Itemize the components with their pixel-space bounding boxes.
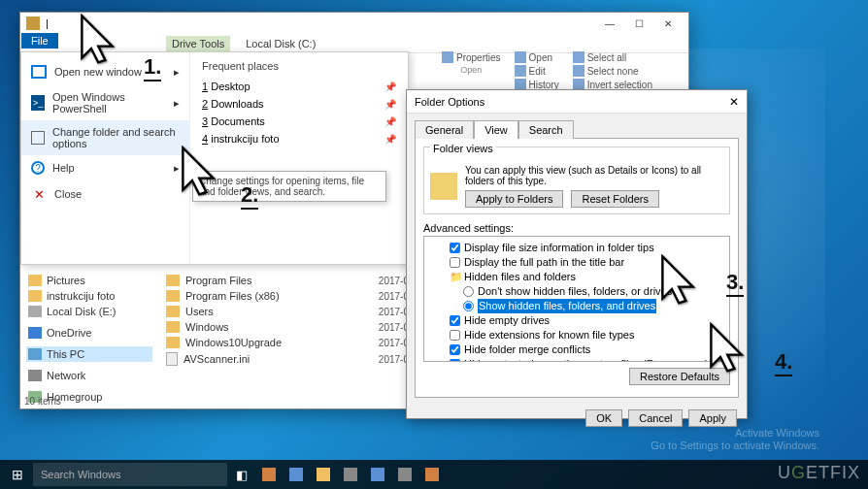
ok-button[interactable]: OK <box>585 409 622 427</box>
nav-network[interactable]: Network <box>26 368 152 383</box>
properties-button[interactable]: Properties <box>442 51 501 63</box>
taskbar-app-icon[interactable] <box>284 462 309 487</box>
tab-search[interactable]: Search <box>518 120 574 139</box>
file-menu: File Open new window▸ >_Open Windows Pow… <box>20 51 409 265</box>
drive-icon <box>26 16 40 30</box>
taskbar-app-icon[interactable] <box>256 462 282 487</box>
qat-divider: | <box>46 17 49 29</box>
frequent-instrukciju[interactable]: 4 instrukciju foto📌 <box>202 130 396 147</box>
nav-onedrive[interactable]: OneDrive <box>26 325 152 341</box>
tab-panel-view: Folder views You can apply this view (su… <box>415 138 739 398</box>
nav-tree: Pictures instrukciju foto Local Disk (E:… <box>26 273 152 405</box>
minimize-button[interactable]: — <box>595 14 624 33</box>
dialog-buttons: OK Cancel Apply <box>407 404 747 433</box>
tooltip-folder-options: Change settings for opening items, file … <box>192 171 386 202</box>
folder-views-label: Folder views <box>430 143 496 154</box>
taskbar-app-icon[interactable] <box>338 462 363 487</box>
list-item[interactable]: Windows2017-09-18 <box>166 319 428 335</box>
radio-show-hidden[interactable] <box>463 301 474 311</box>
step-3-label: 3. <box>726 270 744 297</box>
dialog-title: Folder Options <box>415 96 484 108</box>
dialog-tabs: General View Search <box>415 119 739 138</box>
file-menu-new-window[interactable]: Open new window▸ <box>21 58 189 85</box>
frequent-places-label: Frequent places <box>202 60 396 72</box>
folder-options-dialog: Folder Options ✕ General View Search Fol… <box>406 89 748 419</box>
close-button[interactable]: ✕ <box>653 14 683 33</box>
taskbar-app-icon[interactable] <box>365 462 390 487</box>
nav-pictures[interactable]: Pictures <box>26 273 152 288</box>
chk-hide-empty-drives[interactable] <box>450 315 460 326</box>
start-button[interactable]: ⊞ <box>4 461 31 488</box>
file-menu-folder-options[interactable]: Change folder and search options <box>21 120 189 155</box>
file-menu-powershell[interactable]: >_Open Windows PowerShell▸ <box>21 85 189 120</box>
chk-file-size-tips[interactable] <box>450 243 460 253</box>
cancel-button[interactable]: Cancel <box>628 409 683 427</box>
taskbar-app-icon[interactable] <box>392 462 417 487</box>
ribbon-tabs: Drive Tools Local Disk (C:) <box>20 34 688 53</box>
chk-hide-protected-os[interactable] <box>450 359 460 362</box>
chk-hide-merge-conflicts[interactable] <box>450 344 460 355</box>
brand-watermark: UGETFIX <box>778 463 860 483</box>
file-menu-tab[interactable]: File <box>21 33 58 49</box>
edit-button[interactable]: Edit <box>515 65 559 77</box>
apply-button[interactable]: Apply <box>688 409 737 427</box>
list-item[interactable]: Users2017-08-28 <box>166 304 428 319</box>
list-item[interactable]: AVScanner.ini2017-04-09 <box>166 350 428 368</box>
file-list: Program Files2017-08-28 Program Files (x… <box>166 273 428 368</box>
advanced-settings-label: Advanced settings: <box>423 222 730 234</box>
taskbar-search[interactable]: Search Windows <box>33 463 227 486</box>
taskbar-explorer-icon[interactable] <box>311 462 336 487</box>
title-bar: | — ☐ ✕ <box>20 13 688 34</box>
list-item[interactable]: Windows10Upgrade2017-06-06 <box>166 335 428 350</box>
select-none-button[interactable]: Select none <box>573 65 652 77</box>
radio-dont-show-hidden[interactable] <box>463 286 474 297</box>
tab-general[interactable]: General <box>415 120 474 139</box>
dialog-titlebar: Folder Options ✕ <box>407 90 747 114</box>
frequent-documents[interactable]: 3 Documents📌 <box>202 113 396 130</box>
open-button[interactable]: Open <box>515 51 559 63</box>
chk-full-path-title[interactable] <box>450 257 460 268</box>
tab-view[interactable]: View <box>474 120 518 139</box>
step-4-label: 4. <box>775 349 792 376</box>
dialog-close-button[interactable]: ✕ <box>729 95 739 109</box>
nav-instrukciju[interactable]: instrukciju foto <box>26 288 152 304</box>
select-all-button[interactable]: Select all <box>573 51 652 63</box>
window-controls: — ☐ ✕ <box>595 14 683 33</box>
status-bar: 10 items <box>24 396 61 407</box>
step-1-label: 1. <box>144 54 161 82</box>
maximize-button[interactable]: ☐ <box>624 14 653 33</box>
task-view-icon[interactable]: ◧ <box>229 462 254 487</box>
list-item[interactable]: Program Files2017-08-28 <box>166 273 428 288</box>
taskbar: ⊞ Search Windows ◧ <box>0 460 868 489</box>
nav-local-disk-e[interactable]: Local Disk (E:) <box>26 304 152 319</box>
apply-to-folders-button[interactable]: Apply to Folders <box>465 190 563 208</box>
file-menu-help[interactable]: ?Help▸ <box>21 155 189 180</box>
ribbon-group-open: Open <box>442 65 501 75</box>
group-hidden-files: Hidden files and folders <box>464 270 576 284</box>
step-2-label: 2. <box>241 182 258 210</box>
list-item[interactable]: Program Files (x86)2017-08-28 <box>166 288 428 304</box>
reset-folders-button[interactable]: Reset Folders <box>571 190 658 208</box>
frequent-desktop[interactable]: 1 Desktop📌 <box>202 78 396 95</box>
location-title: Local Disk (C:) <box>246 38 316 49</box>
taskbar-app-icon[interactable] <box>419 462 445 487</box>
file-menu-close[interactable]: ✕Close <box>21 180 189 208</box>
restore-defaults-button[interactable]: Restore Defaults <box>629 368 730 385</box>
contextual-tab-drive-tools[interactable]: Drive Tools <box>166 36 230 51</box>
folder-views-icon <box>430 173 457 200</box>
nav-this-pc[interactable]: This PC <box>26 346 152 362</box>
chk-hide-extensions[interactable] <box>450 330 460 341</box>
advanced-settings-tree[interactable]: Display file size information in folder … <box>423 236 730 362</box>
frequent-downloads[interactable]: 2 Downloads📌 <box>202 95 396 113</box>
folder-views-text: You can apply this view (such as Details… <box>465 165 723 186</box>
